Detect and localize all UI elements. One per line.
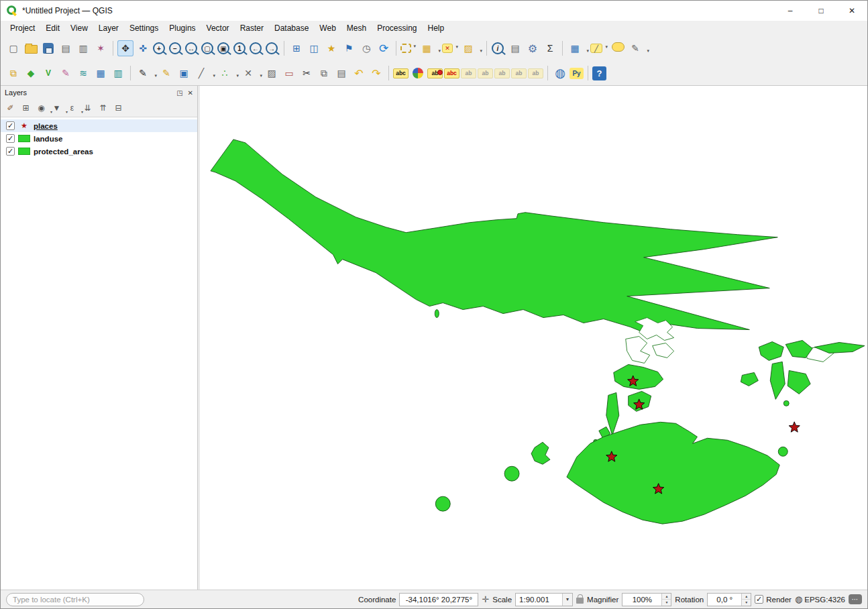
render-checkbox[interactable]: ✓ (755, 595, 763, 604)
save-project-icon[interactable] (40, 40, 56, 56)
minimize-button[interactable]: – (775, 1, 806, 21)
menu-item[interactable]: Layer (93, 21, 124, 35)
select-by-form-icon[interactable]: ▨ (460, 40, 476, 56)
menu-item[interactable]: Web (314, 21, 341, 35)
filter-by-expression-icon[interactable]: ε (65, 101, 79, 115)
save-layer-edits-icon[interactable]: ▣ (176, 65, 192, 81)
menu-item[interactable]: Vector (201, 21, 235, 35)
layer-diagram-icon[interactable] (410, 65, 426, 81)
copy-features-icon[interactable]: ⧉ (316, 65, 332, 81)
measure-line-icon[interactable]: ╱ (590, 44, 602, 53)
layer-labeling-icon[interactable]: abc (393, 68, 409, 78)
new-spatial-bookmark-icon[interactable]: ★ (323, 40, 339, 56)
paste-features-icon[interactable]: ▤ (333, 65, 349, 81)
maximize-button[interactable]: □ (806, 1, 836, 21)
messages-icon[interactable]: ⋯ (849, 594, 862, 604)
float-panel-icon[interactable]: ◳ (176, 89, 182, 97)
close-button[interactable]: ✕ (836, 1, 867, 21)
map-tips-icon[interactable] (610, 40, 626, 56)
deselect-features-icon[interactable]: ✕ (442, 44, 453, 53)
filter-legend-icon[interactable]: ▼ (50, 101, 64, 115)
menu-item[interactable]: Mesh (341, 21, 372, 35)
spin-up-icon[interactable] (662, 594, 671, 600)
move-label-icon[interactable]: ab (461, 68, 476, 78)
layer-row[interactable]: ✓ ★ places (1, 119, 197, 132)
zoom-to-layer-icon[interactable]: ▣ (217, 42, 229, 54)
current-edits-icon[interactable]: ✎ (135, 65, 151, 81)
zoom-full-extent-icon[interactable]: ↔ (185, 42, 197, 54)
map-canvas[interactable] (200, 86, 867, 590)
menu-item[interactable]: Processing (372, 21, 422, 35)
close-panel-icon[interactable]: ✕ (188, 89, 193, 97)
new-shapefile-layer-icon[interactable]: V (40, 65, 56, 81)
new-geopackage-layer-icon[interactable]: ◆ (23, 65, 39, 81)
layer-row[interactable]: ✓ protected_areas (1, 145, 197, 158)
menu-item[interactable]: Raster (235, 21, 269, 35)
help-icon[interactable]: ? (592, 66, 606, 80)
show-layout-manager-icon[interactable]: ▥ (75, 40, 91, 56)
show-statistics-icon[interactable]: Σ (542, 40, 558, 56)
temporal-controller-icon[interactable]: ◷ (358, 40, 374, 56)
new-annotation-icon[interactable]: ✎ (627, 40, 643, 56)
vertex-tool-icon[interactable]: ✕ (240, 65, 256, 81)
scale-combobox[interactable]: 1:90.001 (515, 593, 573, 606)
rotation-spinbox[interactable]: 0,0 ° (707, 593, 751, 606)
open-data-source-manager-icon[interactable]: ⧉ (5, 65, 21, 81)
redo-icon[interactable]: ↷ (368, 65, 384, 81)
coordinate-input[interactable] (401, 596, 476, 604)
new-raster-layer-icon[interactable]: ▦ (93, 65, 109, 81)
zoom-native-resolution-icon[interactable]: 1 (233, 42, 246, 54)
render-toggle[interactable]: ✓ Render (755, 595, 792, 604)
extents-toggle-icon[interactable]: ✛ (482, 594, 489, 604)
spin-down-icon[interactable] (742, 600, 751, 606)
manage-map-themes-icon[interactable]: ◉ (34, 101, 48, 115)
open-project-icon[interactable] (23, 40, 39, 56)
toggle-editing-icon[interactable]: ✎ (158, 65, 174, 81)
lock-scale-icon[interactable] (576, 598, 584, 604)
processing-toolbox-icon[interactable]: ⚙ (525, 40, 541, 56)
zoom-to-selection-icon[interactable]: ▢ (201, 42, 213, 54)
open-attribute-table-icon[interactable]: ▦ (567, 40, 583, 56)
open-layer-styling-icon[interactable]: ✐ (3, 101, 17, 115)
style-manager-icon[interactable]: ✶ (93, 40, 109, 56)
crs-indicator[interactable]: ◍ EPSG:4326 (795, 594, 845, 604)
spin-up-icon[interactable] (742, 594, 751, 600)
menu-item[interactable]: Project (5, 21, 40, 35)
menu-item[interactable]: Database (269, 21, 314, 35)
select-features-icon[interactable] (400, 44, 411, 53)
curved-label-icon[interactable]: ab (511, 68, 527, 78)
change-label-properties-icon[interactable]: ab (494, 68, 510, 78)
layer-visibility-checkbox[interactable]: ✓ (6, 121, 15, 130)
pan-to-selection-icon[interactable]: ✜ (135, 40, 151, 56)
new-print-layout-icon[interactable]: ▤ (58, 40, 74, 56)
menu-item[interactable]: Help (423, 21, 450, 35)
modify-attributes-icon[interactable]: ▨ (264, 65, 280, 81)
zoom-last-icon[interactable]: ← (250, 42, 262, 54)
pan-map-icon[interactable]: ✥ (117, 40, 133, 56)
zoom-out-icon[interactable]: − (169, 42, 181, 54)
layer-visibility-checkbox[interactable]: ✓ (6, 134, 15, 143)
magnifier-spinbox[interactable]: 100% (622, 593, 671, 606)
menu-item[interactable]: Edit (40, 21, 65, 35)
spin-down-icon[interactable] (662, 600, 671, 606)
menu-item[interactable]: Settings (124, 21, 164, 35)
zoom-in-icon[interactable]: + (153, 42, 165, 54)
menu-item[interactable]: Plugins (164, 21, 201, 35)
add-point-feature-icon[interactable]: ∴ (217, 65, 233, 81)
collapse-all-icon[interactable]: ⇈ (96, 101, 110, 115)
highlight-pinned-labels-icon[interactable]: abc (444, 68, 459, 78)
layer-row[interactable]: ✓ landuse (1, 132, 197, 145)
pin-labels-icon[interactable]: ab (427, 68, 443, 78)
cut-features-icon[interactable]: ✂ (299, 65, 315, 81)
identify-features-icon[interactable]: i (492, 42, 504, 54)
digitize-with-segment-icon[interactable]: ╱ (193, 65, 209, 81)
add-group-icon[interactable]: ⊞ (19, 101, 33, 115)
select-features-by-value-icon[interactable]: ▦ (419, 40, 435, 56)
new-virtual-layer-icon[interactable]: ▥ (110, 65, 126, 81)
magnifier-spin-buttons[interactable] (661, 594, 671, 606)
layer-visibility-checkbox[interactable]: ✓ (6, 147, 15, 156)
delete-selected-icon[interactable]: ▭ (281, 65, 297, 81)
menu-item[interactable]: View (65, 21, 93, 35)
new-map-view-icon[interactable]: ⊞ (288, 40, 305, 56)
scale-dropdown-arrow-icon[interactable] (562, 594, 572, 606)
